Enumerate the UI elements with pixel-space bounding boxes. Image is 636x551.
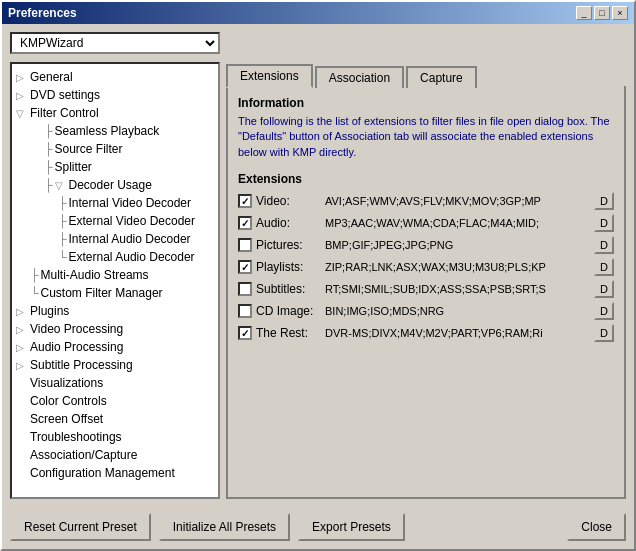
tab-association[interactable]: Association bbox=[315, 66, 404, 88]
tree-item-general[interactable]: ▷ General bbox=[12, 68, 218, 86]
close-dialog-button[interactable]: Close bbox=[567, 513, 626, 541]
tree-item-external-video[interactable]: ├ External Video Decoder bbox=[12, 212, 218, 230]
ext-row-therest: The Rest: DVR-MS;DIVX;M4V;M2V;PART;VP6;R… bbox=[238, 324, 614, 342]
tree-item-decoder[interactable]: ├ ▽ Decoder Usage bbox=[12, 176, 218, 194]
ext-row-video: Video: AVI;ASF;WMV;AVS;FLV;MKV;MOV;3GP;M… bbox=[238, 192, 614, 210]
tree-label-screen-offset: Screen Offset bbox=[30, 412, 103, 426]
tree-label-filter: Filter Control bbox=[30, 106, 99, 120]
preset-dropdown-container: KMPWizard bbox=[10, 32, 626, 54]
info-section: Information The following is the list of… bbox=[238, 96, 614, 160]
tree-label-visualizations: Visualizations bbox=[30, 376, 103, 390]
right-panel: Extensions Association Capture Informati… bbox=[226, 62, 626, 499]
ext-value-video: AVI;ASF;WMV;AVS;FLV;MKV;MOV;3GP;MP bbox=[325, 195, 590, 207]
window-content: KMPWizard ▷ General ▷ DVD settings ▽ Fil… bbox=[2, 24, 634, 507]
tree-item-seamless[interactable]: ├ Seamless Playback bbox=[12, 122, 218, 140]
tab-content-extensions: Information The following is the list of… bbox=[226, 86, 626, 499]
ext-label-video: Video: bbox=[256, 194, 321, 208]
tree-item-external-audio[interactable]: └ External Audio Decoder bbox=[12, 248, 218, 266]
checkbox-subtitles[interactable] bbox=[238, 282, 252, 296]
tree-item-splitter[interactable]: ├ Splitter bbox=[12, 158, 218, 176]
preset-dropdown[interactable]: KMPWizard bbox=[10, 32, 220, 54]
tree-label-custom-filter: Custom Filter Manager bbox=[41, 286, 163, 300]
info-text: The following is the list of extensions … bbox=[238, 114, 614, 160]
info-title: Information bbox=[238, 96, 614, 110]
checkbox-audio[interactable] bbox=[238, 216, 252, 230]
tree-item-dvd[interactable]: ▷ DVD settings bbox=[12, 86, 218, 104]
tree-label-audio-proc: Audio Processing bbox=[30, 340, 123, 354]
tree-item-config-mgmt[interactable]: Configuration Management bbox=[12, 464, 218, 482]
d-button-pictures[interactable]: D bbox=[594, 236, 614, 254]
tree-label-subtitle-proc: Subtitle Processing bbox=[30, 358, 133, 372]
tree-item-internal-video[interactable]: ├ Internal Video Decoder bbox=[12, 194, 218, 212]
ext-label-subtitles: Subtitles: bbox=[256, 282, 321, 296]
checkbox-therest[interactable] bbox=[238, 326, 252, 340]
checkbox-video[interactable] bbox=[238, 194, 252, 208]
maximize-button[interactable]: □ bbox=[594, 6, 610, 20]
tree-item-subtitle-proc[interactable]: ▷ Subtitle Processing bbox=[12, 356, 218, 374]
window-controls: _ □ × bbox=[576, 6, 628, 20]
tree-label-external-video: External Video Decoder bbox=[69, 214, 196, 228]
tabs-bar: Extensions Association Capture bbox=[226, 62, 626, 88]
main-area: ▷ General ▷ DVD settings ▽ Filter Contro… bbox=[10, 62, 626, 499]
connector-ext-video: ├ bbox=[58, 214, 67, 228]
tree-panel: ▷ General ▷ DVD settings ▽ Filter Contro… bbox=[10, 62, 220, 499]
tree-label-dvd: DVD settings bbox=[30, 88, 100, 102]
minimize-button[interactable]: _ bbox=[576, 6, 592, 20]
d-button-audio[interactable]: D bbox=[594, 214, 614, 232]
tree-label-config-mgmt: Configuration Management bbox=[30, 466, 175, 480]
checkbox-pictures[interactable] bbox=[238, 238, 252, 252]
ext-label-therest: The Rest: bbox=[256, 326, 321, 340]
tree-item-filter[interactable]: ▽ Filter Control bbox=[12, 104, 218, 122]
tree-item-multi-audio[interactable]: ├ Multi-Audio Streams bbox=[12, 266, 218, 284]
d-button-playlists[interactable]: D bbox=[594, 258, 614, 276]
tree-item-audio-proc[interactable]: ▷ Audio Processing bbox=[12, 338, 218, 356]
ext-label-audio: Audio: bbox=[256, 216, 321, 230]
tree-label-seamless: Seamless Playback bbox=[55, 124, 160, 138]
tree-label-general: General bbox=[30, 70, 73, 84]
tree-label-video-proc: Video Processing bbox=[30, 322, 123, 336]
tree-item-plugins[interactable]: ▷ Plugins bbox=[12, 302, 218, 320]
tree-item-video-proc[interactable]: ▷ Video Processing bbox=[12, 320, 218, 338]
close-button[interactable]: × bbox=[612, 6, 628, 20]
tab-extensions[interactable]: Extensions bbox=[226, 64, 313, 88]
tree-item-source[interactable]: ├ Source Filter bbox=[12, 140, 218, 158]
d-button-cdimage[interactable]: D bbox=[594, 302, 614, 320]
tree-label-decoder: Decoder Usage bbox=[69, 178, 152, 192]
tree-item-assoc-capture[interactable]: Association/Capture bbox=[12, 446, 218, 464]
connector-int-audio: ├ bbox=[58, 232, 67, 246]
tree-item-color-controls[interactable]: Color Controls bbox=[12, 392, 218, 410]
d-button-video[interactable]: D bbox=[594, 192, 614, 210]
tree-item-troubleshootings[interactable]: Troubleshootings bbox=[12, 428, 218, 446]
d-button-subtitles[interactable]: D bbox=[594, 280, 614, 298]
reset-preset-button[interactable]: Reset Current Preset bbox=[10, 513, 151, 541]
d-button-therest[interactable]: D bbox=[594, 324, 614, 342]
tree-label-troubleshootings: Troubleshootings bbox=[30, 430, 122, 444]
ext-row-playlists: Playlists: ZIP;RAR;LNK;ASX;WAX;M3U;M3U8;… bbox=[238, 258, 614, 276]
expand-icon-video-proc: ▷ bbox=[16, 324, 30, 335]
tree-item-custom-filter[interactable]: └ Custom Filter Manager bbox=[12, 284, 218, 302]
connector-decoder: ├ bbox=[44, 178, 53, 192]
connector-ext-audio: └ bbox=[58, 250, 67, 264]
bottom-buttons: Reset Current Preset Initialize All Pres… bbox=[2, 507, 634, 549]
ext-row-audio: Audio: MP3;AAC;WAV;WMA;CDA;FLAC;M4A;MID;… bbox=[238, 214, 614, 232]
export-presets-button[interactable]: Export Presets bbox=[298, 513, 405, 541]
checkbox-playlists[interactable] bbox=[238, 260, 252, 274]
ext-value-cdimage: BIN;IMG;ISO;MDS;NRG bbox=[325, 305, 590, 317]
ext-value-audio: MP3;AAC;WAV;WMA;CDA;FLAC;M4A;MID; bbox=[325, 217, 590, 229]
initialize-presets-button[interactable]: Initialize All Presets bbox=[159, 513, 290, 541]
expand-icon-general: ▷ bbox=[16, 72, 30, 83]
tree-item-screen-offset[interactable]: Screen Offset bbox=[12, 410, 218, 428]
tree-label-splitter: Splitter bbox=[55, 160, 92, 174]
checkbox-cdimage[interactable] bbox=[238, 304, 252, 318]
ext-label-cdimage: CD Image: bbox=[256, 304, 321, 318]
ext-value-subtitles: RT;SMI;SMIL;SUB;IDX;ASS;SSA;PSB;SRT;S bbox=[325, 283, 590, 295]
ext-value-playlists: ZIP;RAR;LNK;ASX;WAX;M3U;M3U8;PLS;KP bbox=[325, 261, 590, 273]
tab-capture[interactable]: Capture bbox=[406, 66, 477, 88]
ext-value-therest: DVR-MS;DIVX;M4V;M2V;PART;VP6;RAM;Ri bbox=[325, 327, 590, 339]
tree-item-visualizations[interactable]: Visualizations bbox=[12, 374, 218, 392]
tree-item-internal-audio[interactable]: ├ Internal Audio Decoder bbox=[12, 230, 218, 248]
window-title: Preferences bbox=[8, 6, 77, 20]
extensions-title: Extensions bbox=[238, 172, 614, 186]
ext-value-pictures: BMP;GIF;JPEG;JPG;PNG bbox=[325, 239, 590, 251]
connector-custom-filter: └ bbox=[30, 286, 39, 300]
